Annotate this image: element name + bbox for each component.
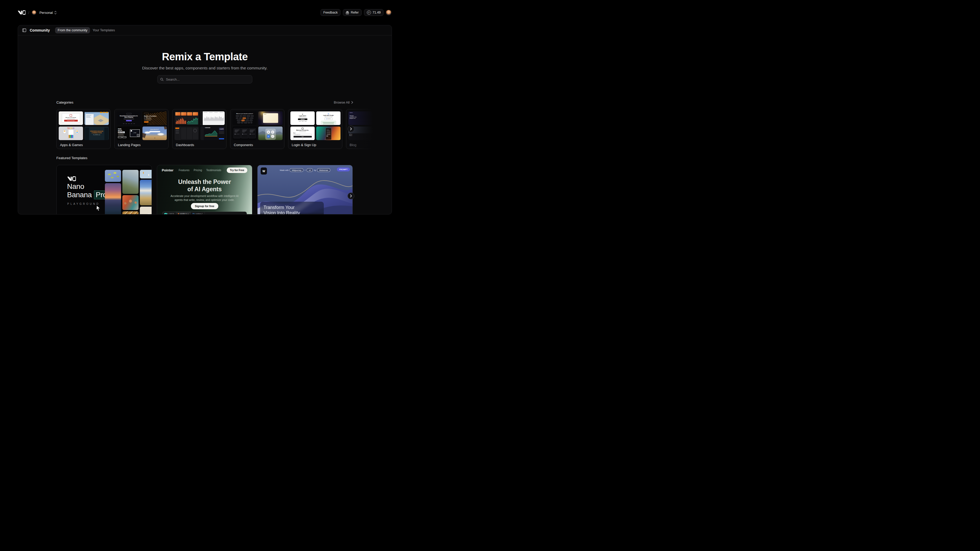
v0-logo[interactable]: [18, 10, 25, 15]
thumb-tetris-game: TETRIS: [59, 127, 83, 140]
thumb-blog-portfolio: I design products that people love: [348, 111, 372, 125]
breadcrumb-divider: /: [28, 10, 29, 15]
nano-title-line2: Banana Pro: [67, 190, 108, 199]
category-label: Login & Sign Up: [292, 143, 340, 147]
thumb-iso-game: [84, 111, 109, 125]
v0-logo: [67, 175, 76, 182]
featured-header: Featured Templates: [56, 156, 353, 160]
photo-bottles: [123, 211, 138, 215]
credits-icon: ∅: [367, 10, 371, 14]
top-bar: / Personal Feedback Refer ∅ 71.49: [18, 0, 391, 25]
category-card-apps-games[interactable]: Welcome to v0 Calendar Continue with Goo…: [56, 109, 111, 149]
pointer-brand: Pointer: [162, 168, 173, 172]
js-file-icon: [178, 213, 179, 214]
signup-free-button: Signup for free: [191, 203, 218, 209]
community-header-bar: Community From the community Your Templa…: [18, 25, 391, 35]
thumb-testimonials: [232, 127, 257, 140]
pointer-hero-subtitle: Accelerate your development workflow wit…: [157, 194, 252, 202]
cursor-icon: [96, 205, 101, 211]
code-editor-preview: EXPLORER ∨ VSCODE › build › extensions g…: [162, 212, 247, 215]
tab-your-templates[interactable]: Your Templates: [90, 27, 118, 33]
featured-card-pointer[interactable]: Pointer Features Pricing Testimonials Tr…: [157, 165, 252, 215]
featured-card-nano-banana[interactable]: Nano Banana Pro PLAYGROUND: [56, 165, 152, 215]
search-icon: [160, 78, 164, 81]
thumb-blog-dark2: [374, 127, 392, 140]
search-input[interactable]: [165, 77, 250, 82]
chevron-right-icon: [350, 194, 352, 197]
photo-mountain-lake: [140, 180, 152, 205]
community-panel: Community From the community Your Templa…: [18, 25, 392, 215]
featured-next-button[interactable]: [348, 193, 354, 199]
category-card-dashboards[interactable]: OVERVIEW 12:04 PM Dashboards: [172, 109, 226, 149]
category-label: Apps & Games: [60, 143, 108, 147]
featured-heading: Featured Templates: [56, 156, 88, 160]
wifi-icon: [267, 135, 270, 138]
webrenee-title: Transform YourVision Into Reality: [264, 205, 320, 215]
thumb-dark-dashboard: [175, 127, 199, 140]
category-card-landing-pages[interactable]: Streamlined Communication forQuick Shipp…: [114, 109, 169, 149]
thumb-login-google: G Login with Google G: [316, 111, 340, 125]
nano-photo-grid: [105, 170, 152, 215]
nano-banana-text: Banana: [67, 191, 92, 199]
user-avatar[interactable]: [386, 10, 391, 15]
categories-heading: Categories: [56, 100, 73, 104]
browse-all-label: Browse All: [334, 100, 350, 104]
workspace-switcher[interactable]: Personal: [39, 10, 57, 15]
feedback-label: Feedback: [323, 11, 337, 14]
sidebar-toggle-button[interactable]: [22, 28, 26, 32]
refer-button[interactable]: Refer: [343, 9, 362, 16]
photo-sunset-mountains: [105, 183, 121, 215]
close-icon: ×: [188, 213, 189, 215]
pointer-nav-features: Features: [179, 169, 189, 172]
search-bar: [158, 75, 252, 83]
thumb-cuisine-chips: What are your favorite cuisines?: [232, 111, 257, 125]
nano-title-line1: Nano: [67, 182, 84, 191]
thumb-friedrichshain-game: FRIEDRICHSHAINCONNECTION Press ENTER to …: [84, 127, 109, 140]
v0-badge: v0: [307, 168, 313, 172]
pointer-nav-testimonials: Testimonials: [206, 169, 221, 172]
thumb-portfolio-landing: Build a Portfolioin Minutes: [142, 111, 167, 125]
airplane-icon: ✈: [267, 131, 270, 134]
sidebar-panel-icon: [22, 28, 26, 32]
midjourney-badge: Midjourney: [290, 168, 304, 172]
photo-pills: [140, 170, 152, 178]
try-for-free-button: Try for Free: [227, 167, 247, 173]
photo-leaves: [105, 170, 121, 182]
workspace-avatar: [32, 10, 36, 15]
category-label: Components: [234, 143, 282, 147]
category-card-components[interactable]: What are your favorite cuisines?: [230, 109, 285, 149]
thumb-saas-landing: Streamlined Communication forQuick Shipp…: [117, 111, 141, 125]
thumb-glow-card: [258, 111, 283, 125]
tab-untitled: TSUntitled-2: [191, 212, 205, 215]
chevron-updown-icon: [54, 11, 57, 14]
category-card-login-signup[interactable]: X Login with X G Login with Google G Wel…: [288, 109, 342, 149]
categories-next-button[interactable]: [348, 126, 354, 132]
category-label: Blog: [350, 143, 392, 147]
ts-file-icon: TS: [192, 213, 195, 215]
category-label: Landing Pages: [118, 143, 166, 147]
thumb-overview-dashboard: OVERVIEW 12:04 PM: [200, 127, 225, 140]
thumb-login-x: X Login with X: [290, 111, 315, 125]
tab-from-the-community[interactable]: From the community: [55, 27, 90, 33]
page-title: Community: [30, 28, 50, 32]
pointer-hero-title: Unleash the Powerof AI Agents: [157, 178, 252, 193]
thumb-signup-gradient: [316, 127, 340, 140]
credits-button[interactable]: ∅ 71.49: [364, 9, 383, 16]
feedback-button[interactable]: Feedback: [320, 9, 340, 16]
featured-card-webrenee[interactable]: W Made with Midjourney + v0 by Webrenee …: [257, 165, 353, 215]
author-badge: Webrenee: [317, 168, 330, 172]
hero-glass-panel: Transform YourVision Into Reality Use GS…: [260, 202, 324, 215]
editor-tabs: gulpfile.js× TSUntitled-2: [176, 212, 247, 215]
pointer-nav: Pointer Features Pricing Testimonials Tr…: [157, 165, 252, 175]
browse-all-link[interactable]: Browse All: [334, 100, 353, 104]
categories-header: Categories Browse All: [56, 100, 353, 104]
thumb-orange-dashboard: [175, 111, 199, 125]
thumb-blog-dark: [374, 111, 392, 125]
thumb-login-acme: Welcome to Acme Inc. Email m@example.com…: [290, 127, 315, 140]
workspace-name: Personal: [40, 11, 53, 14]
photo-tree-painting: [123, 170, 138, 194]
refer-label: Refer: [351, 11, 359, 14]
photo-crowd: [123, 195, 138, 210]
bluetooth-icon: ᛒ: [271, 131, 274, 134]
thumb-brutalist-landing: RAW.BOLD.BRUTAL. [IMG]: [117, 127, 141, 140]
